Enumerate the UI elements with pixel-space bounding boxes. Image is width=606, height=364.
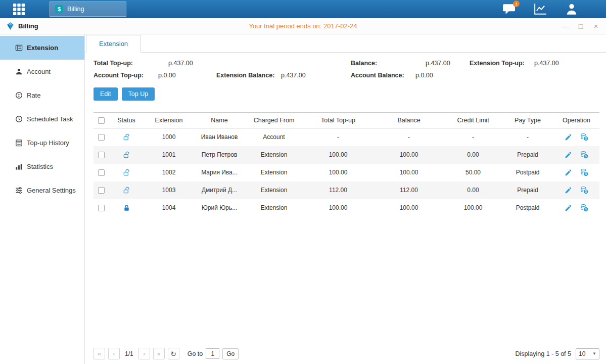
first-page-button[interactable]: « [94, 348, 105, 359]
header-checkbox-cell [94, 113, 109, 128]
status-cell [109, 199, 144, 217]
cell-name: Петр Петров [194, 146, 245, 164]
cell-total-topup: 100.00 [303, 146, 374, 164]
sidebar-item-statistics[interactable]: Statistics [0, 155, 84, 178]
svg-text:$: $ [585, 207, 587, 211]
action-buttons: Edit Top Up [94, 87, 599, 101]
line-chart-icon [534, 3, 547, 15]
row-checkbox[interactable] [98, 134, 105, 141]
checkbox-cell [94, 128, 109, 146]
cell-balance: - [374, 128, 444, 146]
cell-extension: 1001 [144, 146, 194, 164]
cell-credit-limit: 0.00 [444, 181, 502, 199]
tab-extension[interactable]: Extension [86, 35, 141, 53]
operation-cell: $ [553, 128, 599, 146]
last-page-button[interactable]: » [153, 348, 165, 359]
goto-page-input[interactable] [206, 348, 219, 359]
summary-label: Extension Top-up: [470, 60, 534, 67]
summary-label: Extension Balance: [216, 72, 281, 79]
lock-open-icon [123, 187, 130, 194]
header-credit-limit: Credit Limit [444, 113, 502, 128]
app-grid-glyph [13, 4, 25, 15]
status-cell [109, 181, 144, 199]
topup-icon[interactable]: $ [580, 204, 588, 212]
table-row: 1000Иван ИвановAccount----$ [94, 128, 599, 146]
pagination-summary: Displaying 1 - 5 of 5 10 ▼ [516, 348, 599, 359]
summary-value: p.437.00 [426, 60, 450, 67]
topup-icon[interactable]: $ [580, 186, 588, 194]
header-extension: Extension [144, 113, 194, 128]
summary-value: p.0.00 [415, 72, 433, 79]
topup-icon[interactable]: $ [580, 133, 588, 141]
cell-total-topup: - [303, 128, 374, 146]
goto-label: Go to [188, 350, 203, 357]
lock-open-icon [123, 133, 130, 141]
displaying-text: Displaying 1 - 5 of 5 [516, 350, 571, 357]
next-page-button[interactable]: › [138, 348, 150, 359]
summary-value: p.437.00 [281, 72, 306, 79]
cell-extension: 1004 [144, 199, 194, 217]
summary-label: Account Balance: [351, 72, 415, 79]
lock-closed-icon [123, 204, 130, 212]
window-controls: — □ × [562, 22, 600, 30]
sidebar-item-topup-history[interactable]: Top-up History [0, 131, 84, 155]
edit-icon[interactable] [565, 169, 572, 176]
maximize-button[interactable]: □ [577, 22, 585, 30]
user-icon[interactable] [565, 3, 579, 16]
checkbox-cell [94, 199, 109, 217]
sidebar-item-label: General Settings [27, 187, 76, 194]
app-grid-icon[interactable] [12, 3, 25, 16]
table-row: 1002Мария Ива...Extension100.00100.0050.… [94, 164, 599, 181]
sidebar-item-general-settings[interactable]: General Settings [0, 178, 84, 202]
sidebar-item-extension[interactable]: Extension [0, 36, 84, 60]
summary-panel: Total Top-up: p.437.00 Balance: p.437.00… [94, 60, 599, 79]
refresh-icon[interactable]: ↻ [168, 348, 179, 359]
topbar-tab-billing[interactable]: $ Billing [50, 2, 126, 17]
row-checkbox[interactable] [98, 152, 105, 158]
edit-icon[interactable] [565, 204, 572, 212]
topbar: $ Billing ! [0, 0, 606, 18]
cell-pay-type: Prepaid [502, 146, 553, 164]
cell-extension: 1002 [144, 164, 194, 181]
select-all-checkbox[interactable] [98, 117, 105, 124]
cell-charged-from: Extension [245, 181, 303, 199]
sidebar: Extension Account Rate Scheduled Task To… [0, 34, 85, 364]
row-checkbox[interactable] [98, 187, 105, 194]
sidebar-item-account[interactable]: Account [0, 60, 84, 83]
prev-page-button[interactable]: ‹ [108, 348, 120, 359]
cell-credit-limit: 100.00 [444, 199, 502, 217]
header-name: Name [194, 113, 245, 128]
summary-value: p.0.00 [158, 72, 176, 79]
window-title: Billing [18, 22, 38, 30]
edit-button[interactable]: Edit [94, 87, 118, 101]
sidebar-item-scheduled-task[interactable]: Scheduled Task [0, 107, 84, 131]
history-book-icon [15, 139, 23, 147]
cell-credit-limit: - [444, 128, 502, 146]
topup-icon[interactable]: $ [580, 151, 588, 159]
sidebar-item-rate[interactable]: Rate [0, 83, 84, 107]
edit-icon[interactable] [565, 151, 572, 159]
extension-icon [15, 44, 23, 52]
reports-icon[interactable] [533, 3, 547, 16]
trial-notice: Your trial period ends on: 2017-02-24 [0, 22, 606, 30]
summary-account-topup: Account Top-up: p.0.00 [94, 72, 216, 79]
row-checkbox[interactable] [98, 205, 105, 211]
rate-icon [15, 92, 23, 99]
minimize-button[interactable]: — [562, 22, 570, 30]
svg-text:$: $ [585, 172, 587, 175]
cell-charged-from: Extension [245, 164, 303, 181]
table-row: 1004Юрий Юрь...Extension100.00100.00100.… [94, 199, 599, 217]
topup-icon[interactable]: $ [580, 168, 588, 176]
messages-icon[interactable]: ! [502, 3, 516, 16]
page-indicator: 1/1 [125, 350, 133, 357]
top-up-button[interactable]: Top Up [122, 87, 155, 101]
main-area: Extension Total Top-up: p.437.00 Balance… [85, 34, 606, 364]
close-button[interactable]: × [592, 22, 600, 30]
go-button[interactable]: Go [222, 348, 239, 359]
page-size-select[interactable]: 10 ▼ [576, 348, 599, 359]
cell-balance: 100.00 [374, 164, 444, 181]
edit-icon[interactable] [565, 133, 572, 141]
row-checkbox[interactable] [98, 169, 105, 176]
edit-icon[interactable] [565, 187, 572, 194]
cell-charged-from: Extension [245, 199, 303, 217]
